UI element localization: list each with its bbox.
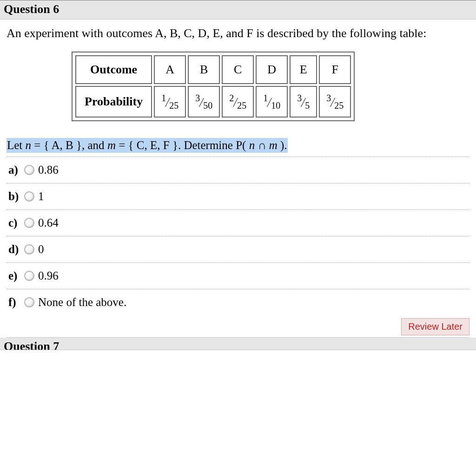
option-letter: c) <box>8 216 23 229</box>
option-row: e) 0.96 <box>7 263 469 289</box>
option-radio-a[interactable] <box>24 165 34 175</box>
option-letter: b) <box>8 190 23 203</box>
probability-cell: 1⁄25 <box>154 86 186 118</box>
option-radio-c[interactable] <box>24 218 34 228</box>
question-prompt-row: Let n = { A, B }, and m = { C, E, F }. D… <box>7 134 469 157</box>
review-later-button[interactable]: Review Later <box>401 318 469 335</box>
outcome-cell: A <box>154 55 186 84</box>
outcome-cell: D <box>256 55 288 84</box>
question-header: Question 6 <box>0 0 476 20</box>
option-row: c) 0.64 <box>7 210 469 236</box>
option-row: a) 0.86 <box>7 157 469 183</box>
probability-table-wrap: Outcome A B C D E F Probability 1⁄25 3⁄5… <box>7 52 469 121</box>
outcome-cell: F <box>319 55 351 84</box>
next-question-header: Question 7 <box>0 338 476 350</box>
question-stem: An experiment with outcomes A, B, C, D, … <box>7 25 469 41</box>
option-radio-f[interactable] <box>24 297 34 307</box>
option-radio-d[interactable] <box>24 244 34 255</box>
review-row: Review Later <box>7 315 469 338</box>
option-radio-e[interactable] <box>24 271 34 281</box>
table-row: Probability 1⁄25 3⁄50 2⁄25 1⁄10 3⁄5 3⁄25 <box>75 86 351 118</box>
option-letter: e) <box>8 269 23 282</box>
question-prompt: Let n = { A, B }, and m = { C, E, F }. D… <box>7 138 288 153</box>
next-question-title: Question 7 <box>4 339 59 350</box>
option-text: 0 <box>38 243 44 256</box>
outcome-cell: C <box>222 55 254 84</box>
probability-cell: 2⁄25 <box>222 86 254 118</box>
option-text: 0.96 <box>38 269 59 282</box>
option-row: f) None of the above. <box>7 289 469 315</box>
option-letter: f) <box>8 296 23 309</box>
probability-cell: 3⁄50 <box>188 86 220 118</box>
outcome-cell: E <box>290 55 317 84</box>
question-body: An experiment with outcomes A, B, C, D, … <box>0 20 476 338</box>
probability-table: Outcome A B C D E F Probability 1⁄25 3⁄5… <box>72 52 355 121</box>
probability-cell: 3⁄5 <box>290 86 317 118</box>
outcome-row-label: Outcome <box>75 55 152 84</box>
outcome-cell: B <box>188 55 220 84</box>
question-title: Question 6 <box>4 2 59 16</box>
option-text: 1 <box>38 190 44 203</box>
option-text: 0.64 <box>38 216 59 229</box>
table-row: Outcome A B C D E F <box>75 55 351 84</box>
option-text: 0.86 <box>38 163 59 176</box>
option-row: d) 0 <box>7 236 469 263</box>
probability-cell: 1⁄10 <box>256 86 288 118</box>
option-row: b) 1 <box>7 183 469 210</box>
probability-row-label: Probability <box>75 86 152 118</box>
option-radio-b[interactable] <box>24 191 34 202</box>
option-letter: d) <box>8 243 23 256</box>
option-letter: a) <box>8 163 23 176</box>
option-text: None of the above. <box>38 296 126 309</box>
probability-cell: 3⁄25 <box>319 86 351 118</box>
